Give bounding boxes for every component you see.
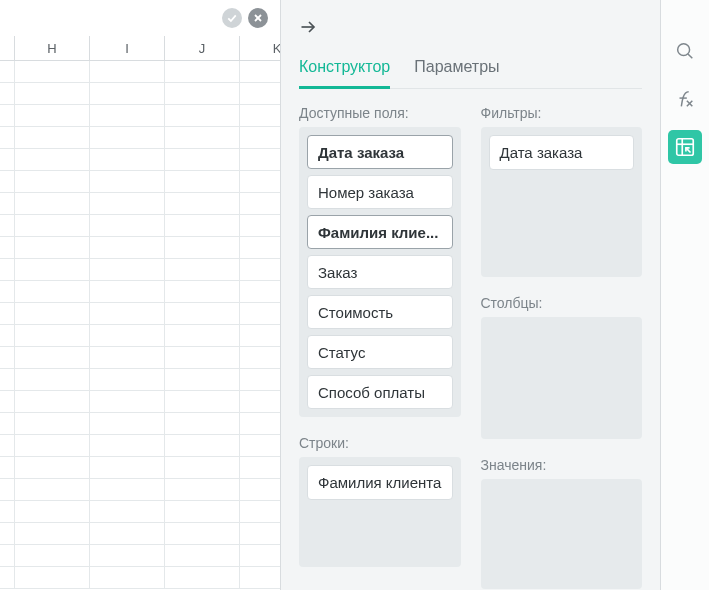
column-header[interactable]: K [240, 36, 281, 61]
spreadsheet-area: H I J K [0, 0, 281, 590]
field-chip-lastname[interactable]: Фамилия клие... [307, 215, 453, 249]
spreadsheet-grid[interactable]: H I J K [0, 36, 280, 590]
columns-zone[interactable] [481, 317, 643, 439]
right-toolbar [661, 0, 709, 590]
svg-line-4 [688, 54, 692, 58]
filters-label: Фильтры: [481, 105, 643, 121]
tab-constructor[interactable]: Конструктор [299, 58, 390, 89]
rows-zone[interactable]: Фамилия клиента [299, 457, 461, 567]
field-chip-status[interactable]: Статус [307, 335, 453, 369]
field-chip-order-date[interactable]: Дата заказа [307, 135, 453, 169]
column-headers: H I J K [0, 36, 280, 61]
available-fields-label: Доступные поля: [299, 105, 461, 121]
search-icon[interactable] [668, 34, 702, 68]
values-label: Значения: [481, 457, 643, 473]
tab-parameters[interactable]: Параметры [414, 58, 499, 88]
column-header[interactable]: J [165, 36, 240, 61]
svg-point-3 [678, 44, 690, 56]
row-chip-lastname[interactable]: Фамилия клиента [307, 465, 453, 500]
field-chip-cost[interactable]: Стоимость [307, 295, 453, 329]
pivot-panel: Конструктор Параметры Доступные поля: Да… [281, 0, 661, 590]
column-header[interactable]: H [15, 36, 90, 61]
panel-tabs: Конструктор Параметры [299, 58, 642, 89]
field-chip-order-number[interactable]: Номер заказа [307, 175, 453, 209]
field-chip-order[interactable]: Заказ [307, 255, 453, 289]
values-zone[interactable] [481, 479, 643, 589]
columns-label: Столбцы: [481, 295, 643, 311]
rows-label: Строки: [299, 435, 461, 451]
filter-chip-order-date[interactable]: Дата заказа [489, 135, 635, 170]
confirm-button[interactable] [222, 8, 242, 28]
cancel-button[interactable] [248, 8, 268, 28]
filters-zone[interactable]: Дата заказа [481, 127, 643, 277]
available-fields-zone[interactable]: Дата заказа Номер заказа Фамилия клие...… [299, 127, 461, 417]
collapse-arrow-icon[interactable] [299, 17, 319, 41]
column-header[interactable]: I [90, 36, 165, 61]
pivot-table-icon[interactable] [668, 130, 702, 164]
field-chip-payment[interactable]: Способ оплаты [307, 375, 453, 409]
svg-rect-8 [677, 139, 694, 156]
function-icon[interactable] [668, 82, 702, 116]
